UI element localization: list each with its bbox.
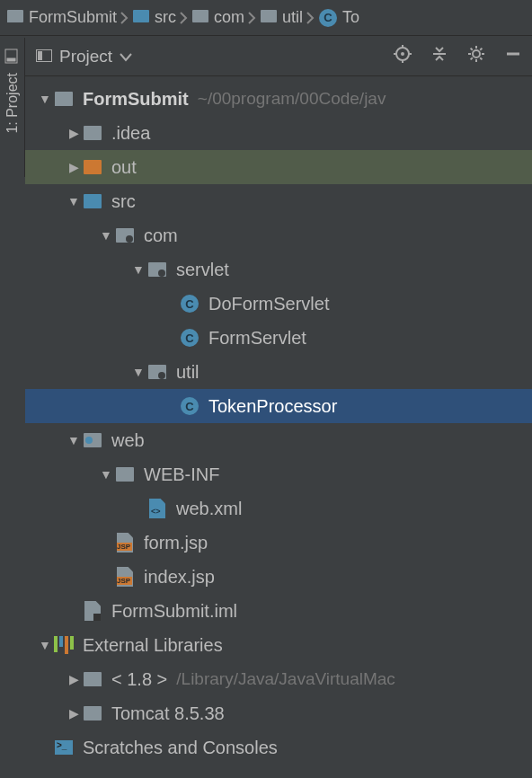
tree-file-iml[interactable]: ▶ FormSubmit.iml [25,594,532,628]
module-folder-icon [7,8,23,27]
project-tree[interactable]: ▼ FormSubmit ~/00program/00Code/jav ▶ .i… [25,76,532,770]
svg-rect-41 [93,681,102,686]
svg-point-38 [85,437,93,444]
expand-arrow-icon[interactable]: ▶ [65,672,83,686]
tree-folder-src[interactable]: ▼ src [25,184,532,218]
class-icon: C [180,294,200,314]
svg-rect-3 [192,10,208,22]
svg-point-34 [158,270,165,277]
tree-folder-web[interactable]: ▼ web [25,423,532,457]
breadcrumb-com[interactable]: com [192,8,244,27]
expand-arrow-icon[interactable]: ▼ [129,365,147,379]
minimize-icon[interactable] [505,46,521,66]
svg-point-36 [158,372,165,379]
package-icon [147,260,167,279]
libraries-icon [54,635,74,655]
tree-path-hint: /Library/Java/JavaVirtualMac [176,669,395,689]
svg-line-22 [480,57,482,59]
collapse-all-icon[interactable] [431,46,448,66]
class-icon: C [180,328,200,348]
tree-label: web [111,430,145,451]
tree-path-hint: ~/00program/00Code/jav [198,89,386,109]
svg-rect-39 [116,467,134,482]
expand-arrow-icon[interactable]: ▼ [36,638,54,652]
tree-file-webxml[interactable]: ▶ web.xml [25,491,532,526]
tree-module-root[interactable]: ▼ FormSubmit ~/00program/00Code/jav [25,82,532,116]
svg-rect-27 [55,102,61,106]
tree-class-doformservlet[interactable]: ▶ C DoFormServlet [25,287,532,321]
panel-title-text: Project [59,47,112,66]
xml-file-icon [147,499,167,518]
tree-label: web.xml [176,499,242,519]
tree-label: com [144,225,178,246]
breadcrumb-class[interactable]: C To [319,8,359,27]
svg-rect-30 [84,194,102,208]
expand-arrow-icon[interactable]: ▼ [97,228,115,243]
folder-icon [83,123,102,143]
chevron-down-icon [120,47,132,66]
tree-file-indexjsp[interactable]: ▶ index.jsp [25,560,532,594]
folder-icon [192,8,208,27]
breadcrumb-module[interactable]: FormSubmit [7,8,117,27]
locate-icon[interactable] [394,45,412,67]
tree-folder-out[interactable]: ▶ out [25,150,532,184]
tree-package-util[interactable]: ▼ util [25,355,532,389]
tree-label: servlet [176,260,229,280]
expand-arrow-icon[interactable]: ▶ [65,126,83,140]
breadcrumb-src[interactable]: src [133,8,176,27]
tree-folder-webinf[interactable]: ▼ WEB-INF [25,457,532,491]
project-tab-label: 1: Project [4,73,21,134]
project-panel: Project ▼ FormSubmit ~/00program/ [25,37,532,778]
svg-rect-1 [7,19,13,22]
project-tool-tab[interactable]: 1: Project [0,38,25,177]
tree-class-tokenprocessor[interactable]: ▶ C TokenProcessor [25,389,532,423]
breadcrumb-label: src [155,8,176,27]
tree-label: Tomcat 8.5.38 [111,703,225,724]
svg-point-10 [401,52,404,56]
tree-label: index.jsp [144,567,215,588]
jdk-icon [83,669,102,689]
folder-icon [115,464,135,484]
svg-rect-8 [38,51,42,60]
tree-class-formservlet[interactable]: ▶ C FormServlet [25,321,532,355]
tree-label: FormServlet [208,328,306,349]
class-icon: C [319,9,337,27]
svg-rect-2 [133,10,149,22]
expand-arrow-icon[interactable]: ▼ [36,92,54,106]
svg-rect-28 [84,126,102,140]
svg-rect-43 [94,712,97,721]
chevron-right-icon [306,11,315,25]
tree-package-com[interactable]: ▼ com [25,218,532,252]
tree-external-libraries[interactable]: ▼ External Libraries [25,628,532,662]
source-folder-icon [83,191,102,211]
expand-arrow-icon[interactable]: ▼ [129,262,147,277]
chevron-right-icon [248,11,257,25]
breadcrumb-util[interactable]: util [261,8,303,27]
expand-arrow-icon[interactable]: ▼ [65,433,83,447]
tree-label: out [111,157,137,178]
panel-view-icon [36,47,52,66]
expand-arrow-icon[interactable]: ▼ [97,467,115,482]
tree-label: util [176,362,200,383]
expand-arrow-icon[interactable]: ▶ [65,160,83,174]
svg-line-24 [480,49,482,50]
tree-tomcat[interactable]: ▶ Tomcat 8.5.38 [25,696,532,730]
expand-arrow-icon[interactable]: ▼ [65,194,83,208]
panel-title-dropdown[interactable]: Project [36,47,132,66]
svg-line-21 [471,49,473,50]
module-folder-icon [54,89,74,109]
expand-arrow-icon[interactable]: ▶ [65,706,83,721]
tree-scratches[interactable]: ▶ Scratches and Consoles [25,730,532,765]
tree-package-servlet[interactable]: ▼ servlet [25,252,532,287]
package-icon [115,225,135,245]
tree-label: Scratches and Consoles [83,738,278,758]
folder-icon [261,8,277,27]
tree-folder-idea[interactable]: ▶ .idea [25,116,532,150]
breadcrumb-label: FormSubmit [29,8,117,27]
breadcrumbs[interactable]: FormSubmit src com util C To [0,0,532,36]
tree-file-formjsp[interactable]: ▶ form.jsp [25,526,532,560]
gear-icon[interactable] [467,45,485,67]
svg-rect-29 [84,160,102,174]
class-icon: C [180,396,200,416]
tree-jdk[interactable]: ▶ < 1.8 > /Library/Java/JavaVirtualMac [25,662,532,696]
